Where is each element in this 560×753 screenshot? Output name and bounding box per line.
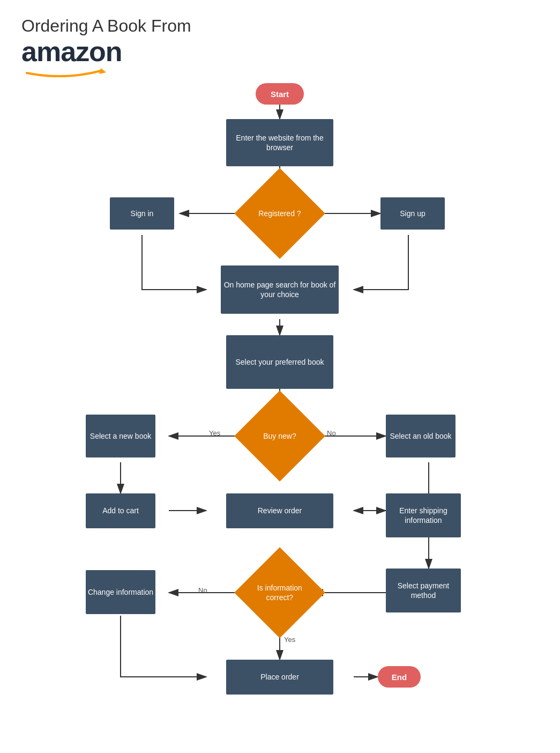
svg-marker-0	[99, 68, 106, 74]
buy-new-node: Buy new?	[234, 390, 325, 482]
search-book-node: On home page search for book of your cho…	[221, 265, 339, 314]
yes-label-info: Yes	[284, 636, 295, 644]
enter-shipping-node: Enter shipping information	[386, 493, 461, 537]
registered-node: Registered ?	[234, 168, 325, 259]
enter-website-node: Enter the website from the browser	[226, 119, 333, 166]
amazon-logo-text: amazon	[21, 38, 122, 65]
sign-in-node: Sign in	[110, 197, 174, 230]
sign-up-node: Sign up	[380, 197, 445, 230]
no-label-info: No	[198, 586, 207, 594]
yes-label-buy-new: Yes	[209, 429, 220, 437]
select-old-node: Select an old book	[386, 415, 456, 457]
no-label-buy-new: No	[327, 429, 336, 437]
flowchart-container: Ordering A Book From amazon	[0, 0, 560, 753]
add-to-cart-node: Add to cart	[86, 493, 155, 528]
select-new-node: Select a new book	[86, 415, 155, 457]
select-preferred-node: Select your preferred book	[226, 335, 333, 389]
amazon-arrow-icon	[21, 65, 107, 77]
select-payment-node: Select payment method	[386, 569, 461, 612]
is-info-correct-node: Is information correct?	[234, 547, 325, 638]
start-node: Start	[256, 83, 304, 105]
change-info-node: Change information	[86, 570, 155, 614]
page-title: Ordering A Book From	[21, 16, 191, 36]
end-node: End	[378, 666, 421, 688]
place-order-node: Place order	[226, 660, 333, 695]
review-order-node: Review order	[226, 493, 333, 528]
